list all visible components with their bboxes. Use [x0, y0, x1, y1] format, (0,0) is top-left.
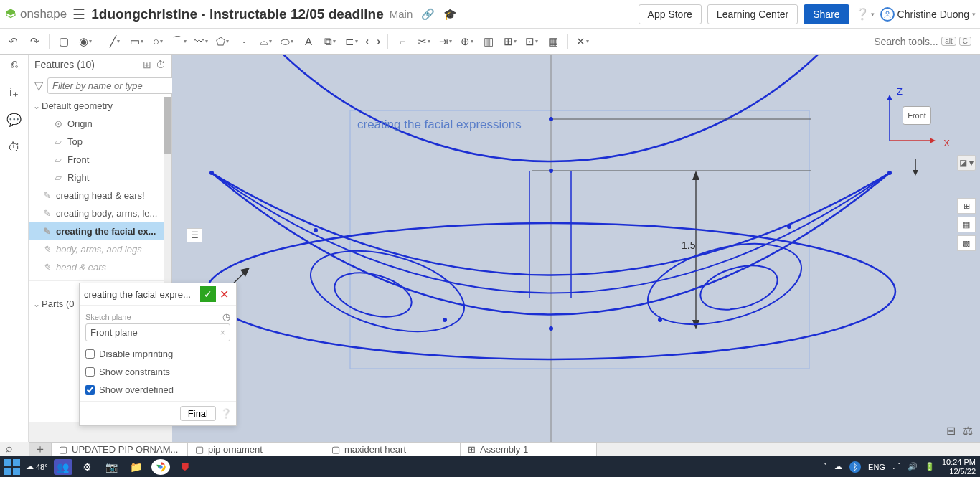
- rail-history-icon[interactable]: ⏱: [8, 141, 20, 155]
- undo-icon[interactable]: ↶: [3, 32, 23, 52]
- circle-tool-icon[interactable]: ○: [148, 32, 168, 52]
- feature-item-0[interactable]: ✎creating head & ears!: [29, 186, 171, 204]
- origin-node[interactable]: ⊙Origin: [29, 115, 171, 133]
- extrude-icon[interactable]: ◉: [75, 32, 95, 52]
- sketch-icon[interactable]: ▢: [54, 32, 74, 52]
- feature-filter-input[interactable]: [47, 77, 179, 94]
- rollback-icon[interactable]: ⏱: [156, 59, 166, 70]
- tray-clock[interactable]: 10:24 PM 12/5/22: [942, 458, 976, 475]
- tray-bluetooth-icon[interactable]: ᛒ: [849, 461, 861, 473]
- share-button[interactable]: Share: [804, 4, 849, 24]
- tab-1[interactable]: ▢UPDATED PIP ORNAM...: [52, 443, 188, 456]
- tray-battery-icon[interactable]: 🔋: [925, 462, 935, 471]
- brand-logo[interactable]: onshape: [4, 7, 67, 22]
- precision-icon[interactable]: ⚖: [963, 424, 973, 438]
- pattern-tool-icon[interactable]: ⊞: [500, 32, 520, 52]
- constrain-tool-icon[interactable]: ⊡: [522, 32, 542, 52]
- section-view-icon[interactable]: ⊞: [957, 198, 976, 214]
- right-plane-node[interactable]: ▱Right: [29, 169, 171, 186]
- view-cube[interactable]: Front: [901, 98, 944, 126]
- task-chrome-icon[interactable]: [151, 459, 170, 475]
- show-overdefined-check[interactable]: Show overdefined: [85, 384, 230, 395]
- rect-tool-icon[interactable]: ▭: [126, 32, 146, 52]
- extend-tool-icon[interactable]: ⇥: [435, 32, 456, 52]
- task-teams-icon[interactable]: 👥: [54, 459, 72, 475]
- tray-lang[interactable]: ENG: [868, 463, 885, 471]
- arc-tool-icon[interactable]: ⌒: [169, 32, 189, 52]
- task-files-icon[interactable]: 📁: [127, 459, 146, 475]
- final-button[interactable]: Final: [180, 406, 216, 421]
- graduation-icon[interactable]: 🎓: [443, 8, 457, 21]
- polygon-tool-icon[interactable]: ⬠: [212, 32, 232, 52]
- transform-tool-icon[interactable]: ⊕: [457, 32, 477, 52]
- construction-tool-icon[interactable]: ✕: [573, 32, 593, 52]
- point-tool-icon[interactable]: ·: [234, 32, 254, 52]
- offset-tool-icon[interactable]: ⊏: [341, 32, 362, 52]
- disable-imprinting-check[interactable]: Disable imprinting: [85, 349, 230, 359]
- trim-tool-icon[interactable]: ✂: [414, 32, 434, 52]
- history-icon[interactable]: ◷: [222, 311, 230, 322]
- spline-tool-icon[interactable]: 〰: [191, 32, 211, 52]
- task-settings-icon[interactable]: ⚙: [78, 459, 97, 475]
- tab-4[interactable]: ⊞Assembly 1: [461, 443, 597, 456]
- document-title[interactable]: 1duongchristine - instructable 12/05 dea…: [91, 6, 384, 22]
- rail-add-icon[interactable]: i₊: [9, 85, 19, 100]
- fillet-tool-icon[interactable]: ⌐: [392, 32, 413, 52]
- top-plane-node[interactable]: ▱Top: [29, 133, 171, 151]
- menu-icon[interactable]: ☰: [72, 6, 85, 23]
- rail-features-icon[interactable]: ⎌: [11, 57, 18, 72]
- line-tool-icon[interactable]: ╱: [105, 32, 125, 52]
- text-tool-icon[interactable]: A: [298, 32, 319, 52]
- tray-chevron-icon[interactable]: ˄: [823, 462, 827, 471]
- search-tools-input[interactable]: [874, 36, 938, 47]
- rail-comments-icon[interactable]: 💬: [6, 113, 22, 128]
- image-tool-icon[interactable]: ▦: [543, 32, 563, 52]
- view-projection-icon[interactable]: ◪ ▾: [957, 155, 976, 171]
- hide-icon[interactable]: ▦: [957, 217, 976, 232]
- tray-cloud-icon[interactable]: ☁: [834, 462, 842, 471]
- link-icon[interactable]: 🔗: [421, 8, 435, 21]
- feature-item-1[interactable]: ✎creating body, arms, le...: [29, 204, 171, 222]
- scrollbar[interactable]: [164, 97, 171, 283]
- list-toggle-icon[interactable]: ☰: [187, 228, 202, 242]
- feature-item-3[interactable]: ✎body, arms, and legs: [29, 240, 171, 258]
- sketch-canvas[interactable]: creating the facial expressions 1.5 4.5 …: [172, 55, 980, 442]
- viewcube-face[interactable]: Front: [903, 106, 931, 125]
- branch-name[interactable]: Main: [390, 8, 413, 20]
- dialog-confirm-icon[interactable]: ✓: [200, 286, 216, 302]
- help-icon[interactable]: ❔▾: [855, 7, 875, 21]
- weather-widget[interactable]: ☁ 48°: [26, 462, 48, 471]
- user-menu[interactable]: Christine Duong ▾: [880, 7, 976, 22]
- app-store-button[interactable]: App Store: [639, 4, 702, 24]
- feature-item-2[interactable]: ✎creating the facial ex...: [29, 222, 171, 240]
- use-tool-icon[interactable]: ⧉: [320, 32, 340, 52]
- feature-item-4[interactable]: ✎head & ears: [29, 258, 171, 276]
- conic-tool-icon[interactable]: ⌓: [255, 32, 275, 52]
- dimension-tool-icon[interactable]: ⟷: [363, 32, 383, 52]
- dialog-help-icon[interactable]: ❔: [220, 408, 232, 419]
- dimension-label[interactable]: 1.5: [682, 240, 695, 251]
- learning-center-button[interactable]: Learning Center: [707, 4, 798, 24]
- search-tab-icon[interactable]: ⌕: [6, 442, 13, 455]
- units-icon[interactable]: ⊟: [946, 424, 956, 438]
- show-constraints-check[interactable]: Show constraints: [85, 367, 230, 377]
- tray-volume-icon[interactable]: 🔊: [908, 462, 918, 471]
- slot-tool-icon[interactable]: ⬭: [277, 32, 297, 52]
- filter-icon[interactable]: ▽: [34, 79, 43, 93]
- add-tab-button[interactable]: ＋: [29, 443, 52, 456]
- task-camera-icon[interactable]: 📷: [103, 459, 121, 475]
- dialog-cancel-icon[interactable]: ✕: [216, 286, 232, 302]
- iso-icon[interactable]: ▩: [957, 235, 976, 251]
- redo-icon[interactable]: ↷: [24, 32, 44, 52]
- mirror-tool-icon[interactable]: ▥: [479, 32, 499, 52]
- clear-icon[interactable]: ×: [220, 327, 225, 338]
- start-icon[interactable]: [4, 459, 20, 475]
- tab-3[interactable]: ▢maxident heart: [324, 443, 461, 456]
- front-plane-node[interactable]: ▱Front: [29, 151, 171, 169]
- default-geometry-node[interactable]: Default geometry: [29, 97, 171, 115]
- tab-2[interactable]: ▢pip ornament: [188, 443, 324, 456]
- add-feature-icon[interactable]: ⊞: [143, 59, 151, 70]
- tray-wifi-icon[interactable]: ⋰: [892, 462, 900, 471]
- task-mcafee-icon[interactable]: ⛊: [176, 459, 194, 475]
- sketch-plane-input[interactable]: Front plane ×: [85, 323, 230, 341]
